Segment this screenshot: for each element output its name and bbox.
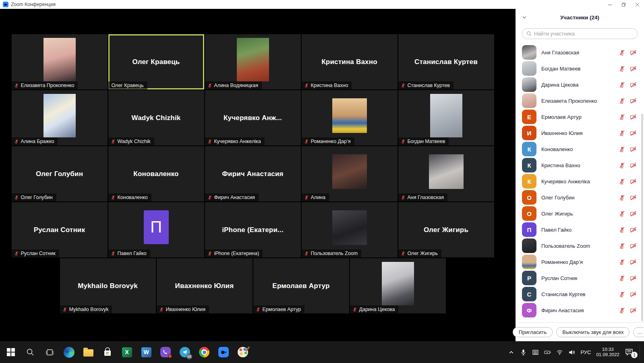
mic-muted-icon[interactable] [619,291,625,298]
mic-muted-icon[interactable] [619,178,625,185]
video-tile[interactable]: Кучерявко Анж... Кучерявко Анжеліка [205,90,301,145]
mic-muted-icon[interactable] [619,130,625,137]
video-off-icon[interactable] [630,114,637,120]
video-tile[interactable]: Богдан Матвеев [398,90,494,145]
taskbar-search-button[interactable] [21,341,40,363]
video-tile[interactable]: Коноваленко Коноваленко [108,146,204,201]
chrome-taskbar-icon[interactable] [195,341,214,363]
video-off-icon[interactable] [630,194,637,201]
video-tile[interactable]: Елизавета Прокопенко [12,34,108,89]
video-tile[interactable]: iPhone (Екатери... iPhone (Екатерина) [205,202,301,257]
mic-muted-icon[interactable] [619,194,625,201]
video-off-icon[interactable] [630,210,637,217]
task-view-button[interactable] [40,341,59,363]
video-tile[interactable]: Mykhailo Borovyk Mykhailo Borovyk [60,258,156,313]
video-tile[interactable]: Алина Бражко [12,90,108,145]
mic-muted-icon[interactable] [619,307,625,314]
wifi-icon[interactable] [556,349,563,356]
clock[interactable]: 10:33 01.09.2022 [596,347,619,357]
video-tile[interactable]: Олег Голубин Олег Голубин [12,146,108,201]
video-off-icon[interactable] [630,259,637,266]
video-tile[interactable]: Пользователь Zoom [302,202,398,257]
video-tile[interactable]: П Павел Гайко [108,202,204,257]
video-off-icon[interactable] [630,146,637,153]
tray-microphone-icon[interactable] [520,349,527,356]
participant-row[interactable]: К Коноваленко [516,141,644,157]
mic-muted-icon[interactable] [619,65,625,72]
participant-row[interactable]: Ф Фирич Анастасия [516,302,644,318]
zoom-taskbar-icon[interactable] [214,341,233,363]
participant-row[interactable]: Р Руслан Сотник [516,270,644,286]
video-tile[interactable]: Руслан Сотник Руслан Сотник [12,202,108,257]
video-off-icon[interactable] [630,307,637,314]
edge-taskbar-icon[interactable] [59,341,79,363]
participant-row[interactable]: К Кучерявко Анжеліка [516,173,644,189]
mic-muted-icon[interactable] [619,243,625,249]
participant-row[interactable]: К Кристина Вахно [516,157,644,173]
participant-row[interactable]: О Олег Жигирь [516,205,644,222]
invite-button[interactable]: Пригласить [513,327,553,337]
video-off-icon[interactable] [630,130,637,137]
search-box[interactable] [522,28,638,39]
video-tile[interactable]: Wadyk Chizhik Wadyk Chizhik [108,90,204,145]
mic-muted-icon[interactable] [619,275,625,282]
video-tile[interactable]: Алина Водяницкая [205,34,301,89]
participant-row[interactable]: Пользователь Zoom [516,238,644,254]
viber-taskbar-icon[interactable] [156,341,175,363]
video-tile[interactable]: Ермолаев Артур Ермолаев Артур [253,258,349,313]
restore-button[interactable] [617,0,630,9]
video-tile[interactable]: Дарина Цекова [350,258,446,313]
volume-icon[interactable] [568,349,575,356]
video-tile[interactable]: Фирич Анастасия Фирич Анастасия [205,146,301,201]
video-tile[interactable]: Станислав Куртев Станислав Куртев [398,34,494,89]
mic-muted-icon[interactable] [619,81,625,88]
minimize-button[interactable] [603,0,617,9]
video-off-icon[interactable] [630,243,637,249]
tray-list-icon[interactable] [532,349,539,356]
scrollbar-thumb[interactable] [641,114,643,321]
video-off-icon[interactable] [630,162,637,169]
mic-muted-icon[interactable] [619,226,625,233]
video-off-icon[interactable] [630,65,637,72]
telegram-taskbar-icon[interactable]: 88 [175,341,195,363]
paint3d-taskbar-icon[interactable] [233,341,253,363]
video-off-icon[interactable] [630,291,637,298]
video-off-icon[interactable] [630,49,637,56]
video-off-icon[interactable] [630,97,637,104]
mic-muted-icon[interactable] [619,162,625,169]
microsoft-store-taskbar-icon[interactable] [98,341,117,363]
participant-row[interactable]: И Ивахненко Юлия [516,125,644,141]
mic-muted-icon[interactable] [619,49,625,56]
start-button[interactable] [1,341,21,363]
mic-muted-icon[interactable] [619,210,625,217]
video-off-icon[interactable] [630,226,637,233]
mic-muted-icon[interactable] [619,146,625,153]
participants-list[interactable]: Аня Глазовская Богдан Матвеев Дарина Цек… [516,44,644,322]
mute-all-button[interactable]: Выключить звук для всех [556,327,630,337]
video-tile[interactable]: Ивахненко Юлия Ивахненко Юлия [157,258,253,313]
participant-row[interactable]: О Олег Голубин [516,189,644,205]
video-tile-active-speaker[interactable]: Олег Кравець Олег Кравець [108,34,204,89]
video-tile[interactable]: Алина [302,146,398,201]
video-off-icon[interactable] [630,275,637,282]
participant-row[interactable]: Романенко Дар’я [516,254,644,270]
language-indicator[interactable]: РУС [580,349,591,355]
video-tile[interactable]: Олег Жигирь Олег Жигирь [398,202,494,257]
show-desktop-divider[interactable] [640,345,640,359]
video-off-icon[interactable] [630,178,637,185]
participant-row[interactable]: Е Ермолаев Артур [516,109,644,125]
mic-muted-icon[interactable] [619,97,625,104]
action-center-button[interactable]: 1 [625,348,634,357]
participant-row[interactable]: Дарина Цекова [516,77,644,93]
mic-muted-icon[interactable] [619,259,625,266]
file-explorer-taskbar-icon[interactable] [79,341,98,363]
battery-charging-icon[interactable] [544,349,551,356]
excel-taskbar-icon[interactable]: X [117,341,137,363]
tray-chevron-up-icon[interactable] [508,349,515,356]
participant-row[interactable]: П Павел Гайко [516,222,644,238]
close-button[interactable] [630,0,644,9]
video-tile[interactable]: Аня Глазовская [398,146,494,201]
participant-row[interactable]: Богдан Матвеев [516,60,644,77]
participant-row[interactable]: Аня Глазовская [516,44,644,60]
video-tile[interactable]: Кристина Вахно Кристина Вахно [302,34,398,89]
